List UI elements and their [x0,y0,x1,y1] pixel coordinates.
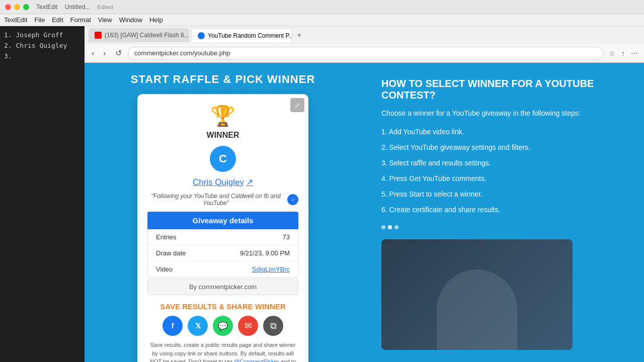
draw-date-value: 9/21/23, 9:00 PM [240,249,290,257]
share-description: Save results, create a public results pa… [147,341,298,362]
menu-edit[interactable]: Edit [52,16,63,24]
minimize-dot[interactable] [14,4,20,10]
video-label: Video [156,265,173,273]
step-4: 4. Press Get YouTube comments. [381,173,624,184]
share-icon[interactable]: ↑ [619,48,627,58]
trophy-icon: 🏆 [147,104,298,128]
nav-bar: ‹ › ↺ commentpicker.com/youtube.php ☆ ↑ … [85,44,644,62]
mac-titlebar: TextEdit Untitled... Edited [0,0,644,14]
commentpicker-favicon [198,32,205,39]
maximize-dot[interactable] [23,4,29,10]
social-buttons: f 𝕏 💬 ✉ ⧉ [147,316,298,336]
youtube-favicon [95,32,102,39]
facebook-share-button[interactable]: f [163,316,183,336]
winner-card: ⤢ 🏆 WINNER C Chris Quigley ↗ "Following … [137,94,308,362]
address-domain: commentpicker.com/youtube.php [134,49,230,57]
choose-text: Choose a winner for a YouTube giveaway i… [381,108,624,119]
video-row: Video SdjqLjmYBrc [148,261,298,277]
comment-expand-button[interactable]: › [287,194,298,205]
step-1: 1. Add YouTube video link. [381,127,624,137]
steps-list: 1. Add YouTube video link. 2. Select You… [381,127,624,215]
giveaway-table: Entries 73 Draw date 9/21/23, 9:00 PM Vi… [147,229,298,278]
giveaway-details-header: Giveaway details [147,212,298,229]
text-editor-panel[interactable]: 1. Joseph Groff 2. Chris Quigley 3. [0,26,85,362]
expand-icon[interactable]: ⤢ [290,98,304,112]
toolbar-icons: ☆ ↑ ⋯ [607,48,640,58]
tab-caldwell[interactable]: (163) [GAW] Caldwell Flash 8... ✕ [89,28,189,42]
save-share-title: SAVE RESULTS & SHARE WINNER [147,302,298,311]
winner-label: WINNER [147,131,298,140]
app-name: TextEdit [36,4,58,11]
loading-dots [381,225,624,229]
browser-chrome: (163) [GAW] Caldwell Flash 8... ✕ YouTub… [85,26,644,63]
add-tab-button[interactable]: + [294,31,304,40]
twitter-share-button[interactable]: 𝕏 [188,316,208,336]
winner-avatar: C [210,146,236,172]
reload-button[interactable]: ↺ [112,47,125,59]
how-to-title: HOW TO SELECT WINNER FOR A YOUTUBE CONTE… [381,78,624,101]
step-3: 3. Select raffle and results settings. [381,158,624,168]
back-button[interactable]: ‹ [89,48,97,59]
winner-name-text: Chris Quigley [193,177,244,188]
browser-content: START RAFFLE & PICK WINNER ⤢ 🏆 WINNER C … [85,63,644,362]
dot-1 [381,225,385,229]
mac-menubar: TextEdit File Edit Format View Window He… [0,14,644,26]
dot-3 [394,225,398,229]
step-5: 5. Press Start to select a winner. [381,189,624,200]
editor-line-2: 2. Chris Quigley [4,41,80,51]
file-name: Untitled... [65,4,91,11]
raffle-title: START RAFFLE & PICK WINNER [131,73,315,86]
address-bar[interactable]: commentpicker.com/youtube.php [128,47,604,60]
more-icon[interactable]: ⋯ [629,48,640,58]
entries-value: 73 [283,233,290,241]
menu-file[interactable]: File [34,16,45,24]
video-thumbnail [381,239,573,350]
by-commentpicker: By commentpicker.com [147,279,298,295]
star-icon[interactable]: ☆ [607,48,617,58]
tab-bar: (163) [GAW] Caldwell Flash 8... ✕ YouTub… [85,26,644,44]
menu-view[interactable]: View [98,16,112,24]
editor-line-3: 3. [4,51,80,62]
close-dot[interactable] [5,4,11,10]
editor-line-1: 1. Joseph Groff [4,30,80,41]
menu-help[interactable]: Help [149,16,163,24]
tab-caldwell-label: (163) [GAW] Caldwell Flash 8... [105,32,189,39]
edited-badge: Edited [97,4,113,10]
entries-row: Entries 73 [148,229,298,245]
menu-format[interactable]: Format [70,16,91,24]
tab-commentpicker[interactable]: YouTube Random Comment P... ✕ [191,28,292,42]
entries-label: Entries [156,233,176,241]
commentpicker-tag[interactable]: @CommentPicker [234,358,279,362]
forward-button[interactable]: › [100,48,109,59]
dot-2 [388,225,392,229]
winner-name-link[interactable]: Chris Quigley ↗ [147,177,298,188]
raffle-panel: START RAFFLE & PICK WINNER ⤢ 🏆 WINNER C … [85,63,361,362]
winner-comment-text: "Following your YouTube and Caldwell on … [147,193,284,207]
whatsapp-share-button[interactable]: 💬 [213,316,233,336]
address-text: commentpicker.com/youtube.php [134,49,230,57]
video-value[interactable]: SdjqLjmYBrc [252,265,290,273]
external-link-icon: ↗ [246,177,253,188]
tab-commentpicker-label: YouTube Random Comment P... [208,32,292,39]
email-share-button[interactable]: ✉ [238,316,258,336]
draw-date-label: Draw date [156,249,186,257]
step-6: 6. Create certificate and share results. [381,205,624,215]
menu-window[interactable]: Window [119,16,142,24]
draw-date-row: Draw date 9/21/23, 9:00 PM [148,245,298,261]
step-2: 2. Select YouTube giveaway settings and … [381,142,624,153]
browser-panel: (163) [GAW] Caldwell Flash 8... ✕ YouTub… [85,26,644,362]
how-to-panel: HOW TO SELECT WINNER FOR A YOUTUBE CONTE… [361,63,644,362]
menu-textedit[interactable]: TextEdit [4,16,27,24]
copy-share-button[interactable]: ⧉ [263,316,283,336]
winner-comment: "Following your YouTube and Caldwell on … [147,193,298,207]
